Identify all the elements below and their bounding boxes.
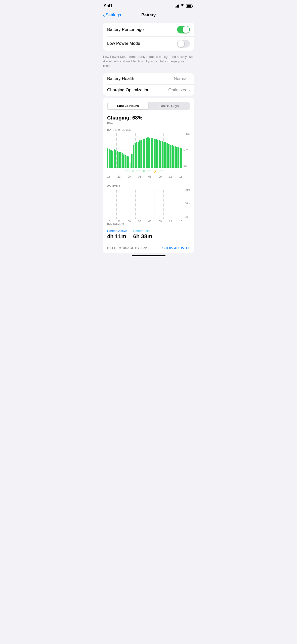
charging-optimization-right: Optimized ›	[168, 88, 190, 93]
ax-label-06: 06	[148, 220, 151, 223]
x-label-03: 03	[138, 175, 141, 178]
battery-chart-container: BATTERY LEVEL 100% 50% 0%	[103, 125, 194, 178]
activity-x-axis: 18 21 00 03 06 09 12 15	[107, 219, 190, 223]
ax-label-21: 21	[117, 220, 120, 223]
home-indicator	[132, 255, 165, 256]
battery-percentage-label: Battery Percentage	[107, 27, 144, 32]
charging-icon-1: ━━	[125, 169, 129, 173]
battery-level-label: BATTERY LEVEL	[107, 128, 190, 131]
charging-optimization-label: Charging Optimization	[107, 88, 149, 93]
act-60m: 60m	[185, 189, 190, 191]
battery-by-app-label: BATTERY USAGE BY APP	[107, 246, 147, 250]
wifi-icon	[180, 4, 184, 8]
x-label-18: 18	[107, 175, 110, 178]
bottom-section: BATTERY USAGE BY APP SHOW ACTIVITY	[103, 243, 194, 253]
activity-chart-container: ACTIVITY 60m 30m 0m	[103, 181, 194, 226]
low-power-note: Low Power Mode temporarily reduces backg…	[99, 53, 198, 71]
screen-active-label: Screen Active	[107, 229, 127, 233]
charging-optimization-value: Optimized	[168, 88, 188, 93]
x-label-09: 09	[159, 175, 162, 178]
low-power-mode-row: Low Power Mode	[103, 37, 194, 51]
charging-icons-row: ━━ ⏸ ━━ ⏸ ━━ ⚡ ━━━	[107, 168, 190, 174]
ax-label-09: 09	[159, 220, 162, 223]
battery-health-right: Normal ›	[174, 76, 190, 81]
lightning-icon: ⚡	[153, 169, 157, 173]
activity-chart-area: 60m 30m 0m	[107, 189, 190, 219]
charging-title: Charging: 68%	[107, 115, 190, 121]
screen-active-item: Screen Active 4h 11m	[107, 229, 127, 240]
date-label-feb21: Feb 21	[116, 223, 124, 226]
charging-optimization-row[interactable]: Charging Optimization Optimized ›	[103, 85, 194, 96]
status-icons	[175, 4, 193, 8]
ax-label-12: 12	[169, 220, 172, 223]
low-power-mode-toggle[interactable]	[177, 40, 190, 48]
page-title: Battery	[141, 13, 156, 18]
screen-idle-label: Screen Idle	[133, 229, 152, 233]
battery-health-row[interactable]: Battery Health Normal ›	[103, 73, 194, 84]
status-time: 9:41	[104, 4, 112, 9]
signal-bars-icon	[175, 5, 179, 8]
chevron-left-icon: ‹	[103, 12, 105, 18]
charging-icon-2: ━━	[136, 169, 140, 173]
chart-section: Last 24 Hours Last 10 Days Charging: 68%…	[103, 98, 194, 253]
chevron-right-icon: ›	[189, 76, 190, 81]
usage-summary: Screen Active 4h 11m Screen Idle 6h 38m	[103, 226, 194, 243]
battery-health-section: Battery Health Normal › Charging Optimiz…	[103, 73, 194, 96]
back-button[interactable]: ‹ Settings	[103, 12, 121, 18]
charging-icon-3: ━━	[147, 169, 151, 173]
x-label-00: 00	[128, 175, 131, 178]
activity-percent-labels: 60m 30m 0m	[185, 189, 190, 219]
segment-control[interactable]: Last 24 Hours Last 10 Days	[107, 102, 190, 110]
battery-percentage-row: Battery Percentage	[103, 23, 194, 36]
battery-health-label: Battery Health	[107, 76, 134, 81]
ax-label-18: 18	[107, 220, 110, 223]
activity-bars	[107, 189, 182, 219]
ax-label-15: 15	[179, 220, 182, 223]
battery-x-axis: 18 21 00 03 06 09 12 15	[107, 174, 190, 178]
pause-icon-2: ⏸	[142, 169, 145, 173]
back-label: Settings	[106, 13, 121, 18]
battery-icon	[186, 5, 193, 8]
date-label-feb20: Feb 20	[107, 223, 116, 226]
screen-idle-value: 6h 38m	[133, 233, 152, 240]
x-label-21: 21	[117, 175, 120, 178]
battery-chart-area: 100% 50% 0%	[107, 133, 190, 168]
ax-label-03: 03	[138, 220, 141, 223]
low-power-mode-label: Low Power Mode	[107, 41, 140, 46]
battery-bars	[107, 133, 182, 168]
charging-info: Charging: 68% now	[103, 114, 194, 125]
ax-label-00: 00	[128, 220, 131, 223]
date-labels-row: Feb 20 Feb 21	[107, 223, 190, 226]
battery-settings-section: Battery Percentage Low Power Mode	[103, 23, 194, 51]
charging-icon-4: ━━━	[159, 169, 164, 173]
pct-100: 100%	[183, 133, 190, 136]
battery-health-value: Normal	[174, 76, 188, 81]
nav-bar: ‹ Settings Battery	[99, 11, 198, 21]
pct-0: 0%	[183, 165, 190, 167]
act-30m: 30m	[185, 202, 190, 205]
percent-labels: 100% 50% 0%	[183, 133, 190, 168]
pct-50: 50%	[183, 149, 190, 151]
activity-label: ACTIVITY	[107, 184, 190, 187]
charging-subtitle: now	[107, 121, 190, 125]
segment-last-10d[interactable]: Last 10 Days	[149, 102, 190, 109]
chevron-right-icon-2: ›	[189, 88, 190, 92]
show-activity-link[interactable]: SHOW ACTIVITY	[162, 246, 190, 250]
status-bar: 9:41	[99, 0, 198, 11]
x-label-12: 12	[169, 175, 172, 178]
x-label-15: 15	[179, 175, 182, 178]
pause-icon: ⏸	[131, 169, 134, 173]
segment-last-24h[interactable]: Last 24 Hours	[108, 102, 148, 109]
screen-active-value: 4h 11m	[107, 233, 127, 240]
x-label-06: 06	[148, 175, 151, 178]
battery-percentage-toggle[interactable]	[177, 26, 190, 33]
screen-idle-item: Screen Idle 6h 38m	[133, 229, 152, 240]
act-0m: 0m	[185, 216, 190, 218]
